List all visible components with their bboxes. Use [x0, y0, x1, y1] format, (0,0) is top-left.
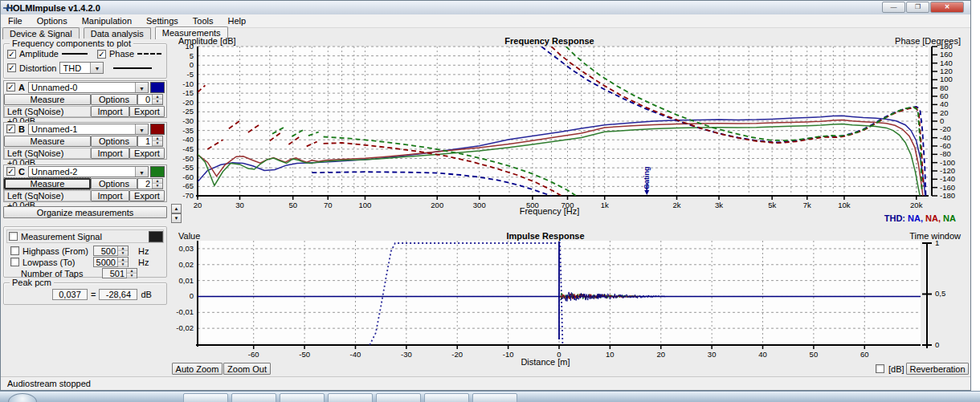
lowpass-field[interactable]: 5000 ▲▼ [93, 257, 129, 267]
peak-pcm-group: Peak pcm 0,037 = -28,64 dB [3, 282, 167, 305]
measurement-signal-checkbox[interactable] [9, 232, 18, 241]
lowpass-checkbox[interactable] [10, 258, 19, 266]
measurement-signal-group: Measurement Signal Highpass (From) 500 ▲… [3, 226, 167, 278]
minimize-button[interactable]: — [882, 2, 905, 13]
channel-a-name-select[interactable]: Unnamed-0 ▼ [28, 82, 149, 93]
highpass-label: Highpass (From) [22, 246, 90, 256]
svg-text:0: 0 [935, 340, 939, 349]
taskbar-app-icon [441, 396, 452, 401]
taskbar-app-button[interactable] [376, 393, 421, 402]
channel-b-spinner[interactable]: 1 ▲▼ [137, 136, 163, 147]
channel-a-spinner[interactable]: 0 ▲▼ [137, 94, 163, 105]
peak-pcm-value: 0,037 [52, 289, 88, 300]
taskbar-app-icon [345, 396, 356, 401]
menu-bar: File Options Manipulation Settings Tools… [1, 14, 970, 28]
svg-text:-180: -180 [940, 191, 955, 200]
close-button[interactable]: ✕ [930, 2, 964, 13]
spin-down-icon[interactable]: ▼ [153, 141, 162, 146]
channel-b-measure-button[interactable]: Measure [4, 136, 91, 147]
taskbar-app-button[interactable] [472, 393, 517, 402]
menu-options[interactable]: Options [30, 15, 75, 26]
channel-a-letter: A [18, 83, 25, 92]
spin-up-icon[interactable]: ▲ [171, 204, 182, 213]
menu-manipulation[interactable]: Manipulation [75, 15, 139, 26]
taskbar-app-button[interactable] [280, 393, 325, 402]
svg-text:-45: -45 [182, 144, 194, 153]
thd-label: THD: [884, 213, 905, 223]
tab-device-signal[interactable]: Device & Signal [2, 27, 80, 39]
svg-text:-65: -65 [182, 181, 194, 190]
peak-pcm-unit: dB [141, 290, 151, 299]
channel-a-measure-button[interactable]: Measure [4, 94, 91, 105]
highpass-checkbox[interactable] [10, 246, 19, 255]
distortion-type-select[interactable]: THD ▼ [59, 62, 104, 74]
phase-checkbox[interactable]: ✓ [97, 50, 106, 59]
taskbar-app-button[interactable] [183, 393, 228, 402]
svg-text:-5: -5 [187, 70, 194, 79]
channel-a-options-button[interactable]: Options [91, 94, 137, 105]
highpass-field[interactable]: 500 ▲▼ [93, 246, 129, 256]
spin-down-icon[interactable]: ▼ [153, 99, 162, 104]
frequency-response-chart[interactable]: 1050-5-10-15-20-25-30-35-40-45-50-55-60-… [170, 32, 970, 226]
channel-b-checkbox[interactable]: ✓ [6, 124, 15, 133]
db-scale-checkbox[interactable] [876, 364, 884, 373]
amplitude-line-sample [62, 53, 88, 55]
peak-pcm-equals: = [91, 290, 96, 299]
svg-text:5: 5 [190, 51, 194, 60]
taskbar-app-icon [489, 396, 500, 401]
windows-taskbar[interactable] [0, 391, 980, 402]
channel-c-checkbox[interactable]: ✓ [6, 167, 15, 176]
svg-text:0: 0 [190, 291, 194, 300]
channel-c-options-button[interactable]: Options [91, 178, 137, 189]
thd-value-b: NA, [925, 213, 941, 223]
start-orb-icon[interactable] [8, 393, 37, 402]
taskbar-app-icon [296, 396, 308, 401]
channel-b-export-button[interactable]: Export [129, 148, 165, 159]
channel-c-measure-button[interactable]: Measure [4, 178, 91, 189]
svg-text:-50: -50 [182, 154, 194, 163]
zoom-out-button[interactable]: Zoom Out [223, 363, 271, 375]
channel-c-name-select[interactable]: Unnamed-2 ▼ [28, 166, 149, 177]
channel-b-block: ✓ B Unnamed-1 ▼ Measure Options 1 ▲▼ [3, 122, 167, 160]
svg-text:-15: -15 [182, 88, 194, 97]
channel-c-export-button[interactable]: Export [129, 190, 165, 201]
svg-text:-40: -40 [182, 135, 194, 144]
title-bar[interactable]: HOLMImpulse v1.4.2.0 — ❐ ✕ [1, 1, 970, 15]
distortion-line-sample [113, 67, 152, 69]
channel-c-spinner[interactable]: 2 ▲▼ [137, 178, 163, 189]
channel-a-import-button[interactable]: Import [91, 106, 129, 117]
amplitude-checkbox[interactable]: ✓ [7, 50, 16, 59]
organize-measurements-button[interactable]: Organize measurements [3, 206, 167, 218]
dropdown-arrow-icon: ▼ [90, 63, 103, 73]
auto-zoom-button[interactable]: Auto Zoom [172, 363, 223, 375]
tab-data-analysis[interactable]: Data analysis [84, 27, 151, 39]
channel-a-color-swatch[interactable] [150, 82, 165, 93]
taskbar-app-button[interactable] [328, 393, 373, 402]
taps-field[interactable]: 501 ▲▼ [102, 268, 137, 278]
channel-c-color-swatch[interactable] [150, 166, 165, 177]
channel-a-checkbox[interactable]: ✓ [6, 83, 15, 91]
taskbar-app-button[interactable] [231, 393, 276, 402]
menu-tools[interactable]: Tools [186, 15, 221, 26]
app-icon [3, 3, 14, 13]
amplitude-axis-spinner[interactable]: ▲ ▼ [171, 204, 182, 223]
reverberation-button[interactable]: Reverberation [906, 363, 969, 375]
taskbar-app-button[interactable] [424, 393, 469, 402]
spin-down-icon[interactable]: ▼ [171, 213, 182, 223]
menu-file[interactable]: File [1, 15, 30, 26]
impulse-response-chart[interactable]: 0,030,020,010-0,01-0,02-60-50-40-30-20-1… [170, 228, 970, 369]
spin-down-icon[interactable]: ▼ [153, 184, 162, 189]
distortion-checkbox[interactable]: ✓ [7, 63, 16, 72]
measurement-signal-color-swatch[interactable] [149, 231, 163, 242]
channel-b-color-swatch[interactable] [150, 124, 165, 135]
channel-c-import-button[interactable]: Import [91, 190, 129, 201]
menu-settings[interactable]: Settings [139, 15, 186, 26]
restore-button[interactable]: ❐ [906, 2, 929, 13]
channel-b-name-select[interactable]: Unnamed-1 ▼ [28, 124, 149, 135]
channel-b-import-button[interactable]: Import [91, 148, 129, 159]
svg-text:0,5: 0,5 [935, 289, 945, 298]
menu-help[interactable]: Help [220, 15, 253, 26]
channel-b-options-button[interactable]: Options [91, 136, 137, 147]
status-text: Audiostream stopped [7, 379, 91, 388]
channel-a-export-button[interactable]: Export [129, 106, 165, 117]
